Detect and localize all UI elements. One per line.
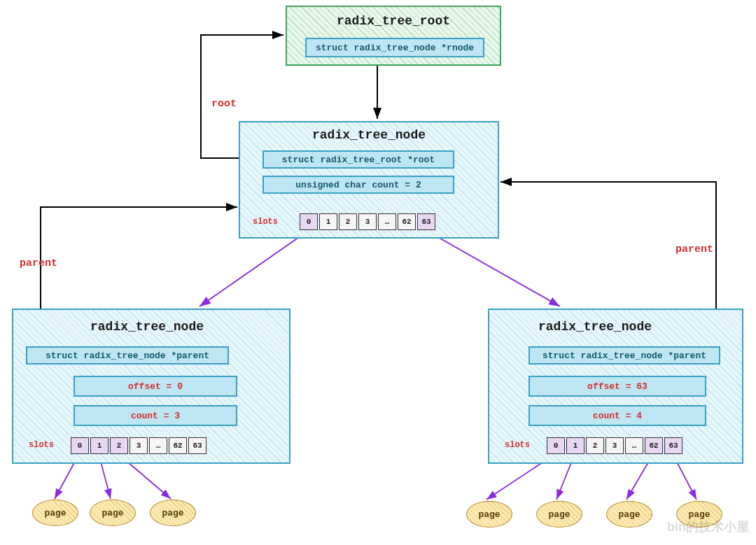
page-right-0: page [466, 501, 512, 528]
slot-cell: … [625, 437, 643, 454]
slot-cell: 2 [339, 213, 357, 230]
slot-cell: 62 [169, 437, 187, 454]
slot-cell: 0 [300, 213, 318, 230]
svg-line-2 [427, 231, 560, 306]
middle-field-count: unsigned char count = 2 [262, 176, 454, 194]
right-field-count: count = 4 [528, 405, 706, 426]
slot-cell: 63 [188, 437, 206, 454]
left-field-count: count = 3 [74, 405, 237, 426]
page-right-2: page [606, 501, 652, 528]
slot-cell: 0 [547, 437, 565, 454]
slot-cell: … [378, 213, 396, 230]
middle-slots-label: slots [253, 217, 278, 227]
slot-cell: 3 [358, 213, 377, 230]
middle-field-root: struct radix_tree_root *root [262, 150, 454, 169]
slot-cell: 1 [566, 437, 584, 454]
right-node-title: radix_tree_node [538, 320, 652, 334]
svg-line-1 [200, 231, 308, 306]
page-right-1: page [536, 501, 582, 528]
page-left-0: page [32, 500, 78, 526]
right-field-offset: offset = 63 [528, 376, 706, 397]
left-field-parent: struct radix_tree_node *parent [26, 346, 229, 364]
slot-cell: 62 [398, 213, 416, 230]
slot-cell: 63 [664, 437, 682, 454]
middle-node-title: radix_tree_node [240, 128, 498, 142]
slot-cell: 62 [645, 437, 663, 454]
left-field-offset: offset = 0 [74, 376, 237, 397]
watermark: bin的技术小屋 [667, 518, 749, 535]
root-box: radix_tree_root struct radix_tree_node *… [286, 6, 501, 66]
root-title: radix_tree_root [287, 14, 500, 28]
slot-cell: 1 [90, 437, 108, 454]
page-left-2: page [150, 500, 196, 526]
middle-slots-row: 0123…6263 [300, 213, 435, 230]
right-slots-label: slots [505, 440, 530, 450]
slot-cell: 0 [71, 437, 89, 454]
middle-node: radix_tree_node struct radix_tree_root *… [239, 121, 499, 239]
slot-cell: 2 [586, 437, 604, 454]
edge-label-root: root [211, 98, 237, 110]
right-node: radix_tree_node struct radix_tree_node *… [488, 309, 743, 464]
slot-cell: 2 [110, 437, 128, 454]
root-field-rnode: struct radix_tree_node *rnode [305, 38, 484, 57]
edge-label-parent-right: parent [676, 243, 713, 255]
left-slots-row: 0123…6263 [71, 437, 206, 454]
right-field-parent: struct radix_tree_node *parent [528, 346, 720, 364]
slot-cell: 63 [417, 213, 435, 230]
left-node: radix_tree_node struct radix_tree_node *… [12, 309, 290, 464]
left-slots-label: slots [29, 440, 54, 450]
slot-cell: … [149, 437, 167, 454]
slot-cell: 1 [319, 213, 337, 230]
right-slots-row: 0123…6263 [547, 437, 682, 454]
edge-label-parent-left: parent [20, 257, 57, 269]
slot-cell: 3 [130, 437, 148, 454]
page-left-1: page [90, 500, 136, 526]
left-node-title: radix_tree_node [90, 320, 204, 334]
slot-cell: 3 [606, 437, 624, 454]
